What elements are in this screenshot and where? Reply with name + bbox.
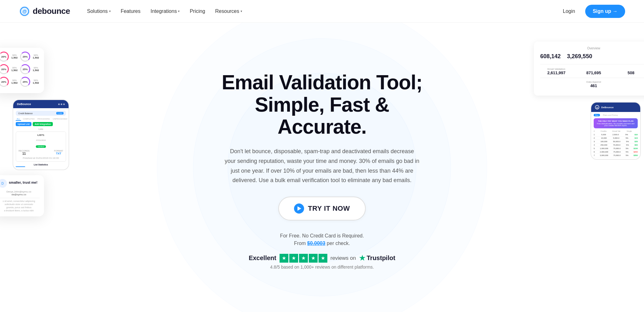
trustpilot-section: Excellent ★ ★ ★ ★ ★ reviews on ★ Trustpi… — [209, 254, 435, 270]
phone-body-left: Credit Balance 5,432 ALL COMPLETED PROCE… — [13, 108, 69, 170]
promo-text-2: Free deduplication. No monthly payment a… — [596, 123, 635, 126]
overview-card: Overview 608,142 3,269,550 Email Validat… — [534, 42, 644, 96]
trust-reviews-text: 4.8/5 based on 1,000+ reviews on differe… — [270, 265, 374, 270]
ov-big-val-2: 3,269,550 — [567, 53, 592, 60]
email-card: D smaller, trust me! Derya.John@symu.co … — [0, 175, 44, 216]
phone-right-tabs: Buy Plans and Pricing — [594, 114, 638, 116]
svg-text:@: @ — [22, 9, 27, 14]
phone-mockup-left: DeBounce Credit Balance 5,432 ALL COMPLE… — [13, 99, 69, 170]
pricing-table-header: # Credits Email Val. Single — [594, 130, 638, 132]
free-text: For Free. No Credit Card is Required. — [209, 233, 435, 239]
lists-label: Lists — [16, 128, 66, 130]
phone-btn-row: Upload List Add Integration — [16, 122, 66, 126]
stat-info-4: 98% 1,502 — [33, 67, 39, 72]
navbar-right: Login Sign up → — [558, 5, 625, 18]
svg-point-3 — [595, 105, 599, 109]
phone-right-header: @ DeBounce — [591, 103, 640, 112]
stat-info-2: 98% 1,502 — [33, 54, 39, 59]
phone-stats-row: RECORDS 11 FORMAT TXT — [19, 150, 63, 155]
stat-info-6: 98% 1,502 — [33, 79, 39, 84]
play-icon — [294, 203, 304, 214]
phone-list-item: LIST1 07/01/2019 Verified RECORDS 11 FOR — [16, 131, 66, 162]
stat-circle-5: 20% — [0, 77, 9, 87]
reviews-on-text: reviews on — [330, 255, 356, 261]
phone-title-left: DeBounce — [17, 103, 31, 106]
ov-row-2: Data Append 461 — [540, 81, 644, 88]
ov-metrics: 608,142 3,269,550 — [540, 53, 644, 60]
hero-title: Email Validation Tool; Simple, Fast & Ac… — [209, 71, 435, 138]
ov-divider-2 — [540, 78, 644, 78]
nav-links: Solutions ▾ Features Integrations ▾ Pric… — [83, 6, 247, 17]
email-card-header: D smaller, trust me! — [0, 179, 40, 188]
stat-info-5: 98% 1,502 — [11, 79, 18, 84]
navbar: @ debounce Solutions ▾ Features Integrat… — [0, 0, 644, 23]
overview-title: Overview — [540, 47, 644, 50]
stat-row-2: 20% 98% 1,502 25% 98% 1,502 — [0, 64, 39, 74]
svg-text:@: @ — [596, 106, 598, 109]
verified-badge: Verified — [36, 145, 46, 148]
trustpilot-logo: ★ Trustpilot — [359, 254, 395, 262]
chevron-down-icon-integrations: ▾ — [178, 9, 180, 13]
stat-circle-4: 25% — [20, 64, 30, 74]
pt-row-3: 3100,00050,000.05%$35 — [594, 140, 638, 143]
pt-row-1: 15,0002,500.05%$10 — [594, 133, 638, 136]
stat-row-1: 20% 98% 1,502 25% 98% 1,502 — [0, 52, 39, 62]
chevron-down-icon-resources: ▾ — [241, 9, 242, 13]
pt-row-4: 4250,00075,000.05%$50 — [594, 143, 638, 147]
nav-pricing[interactable]: Pricing — [185, 6, 209, 17]
left-mockup: 20% 98% 1,502 25% 98% 1,502 20% 98% 1,50… — [0, 48, 126, 216]
avatar: D — [0, 179, 7, 188]
nav-solutions[interactable]: Solutions ▾ — [83, 6, 115, 17]
email-address: da@symu.co — [0, 193, 40, 196]
star-5: ★ — [319, 254, 327, 263]
phone-tabs: ALL COMPLETED PROCESSING UNPROCESSED — [16, 118, 66, 121]
price-text: From $0.0003 per check. — [209, 241, 435, 246]
pt-row-7: 73,000,00075,000.05%$350 — [594, 154, 638, 157]
nav-integrations[interactable]: Integrations ▾ — [146, 6, 184, 17]
phone-header-left: DeBounce — [13, 100, 69, 108]
signup-button[interactable]: Sign up → — [585, 5, 625, 18]
ov-row-1: Email Validation 2,611,997 871,695 508 — [540, 68, 644, 75]
stat-circle-2: 25% — [20, 52, 30, 62]
list-stats-label: List Statistics — [16, 164, 66, 166]
phone-dots — [58, 103, 65, 105]
stat-info-1: 98% 1,502 — [11, 54, 18, 59]
star-rating: ★ ★ ★ ★ ★ — [280, 254, 327, 263]
trustpilot-main: Excellent ★ ★ ★ ★ ★ reviews on ★ Trustpi… — [249, 254, 395, 263]
nav-resources[interactable]: Resources ▾ — [211, 6, 246, 17]
add-integration-btn: Add Integration — [33, 122, 53, 126]
try-it-now-button[interactable]: TRY IT NOW — [278, 197, 365, 220]
stat-circle-3: 20% — [0, 64, 9, 74]
logo[interactable]: @ debounce — [19, 6, 70, 17]
pricing-table: # Credits Email Val. Single 15,0002,500.… — [594, 130, 638, 157]
debounce-phone-logo-icon: @ — [595, 105, 599, 109]
trustpilot-star-icon: ★ — [359, 254, 365, 262]
email-display-name: Derya.John@symu.co — [0, 190, 40, 193]
nav-features[interactable]: Features — [116, 6, 145, 17]
price-link[interactable]: $0.0003 — [307, 241, 325, 246]
list-stats-bar — [16, 166, 25, 167]
brand-name: debounce — [33, 6, 70, 16]
promo-text-1: THE ONLY PAY WHAT YOU NEED PLAN — [596, 120, 635, 122]
right-mockup: Overview 608,142 3,269,550 Email Validat… — [515, 42, 644, 160]
email-item: Derya.John@symu.co da@symu.co — [0, 190, 40, 198]
login-button[interactable]: Login — [558, 6, 580, 17]
phone-balance: Credit Balance 5,432 — [16, 111, 66, 116]
upload-list-btn: Upload List — [16, 122, 31, 126]
email-text-items: s sit amet, consectetur adipiscing solli… — [0, 200, 40, 212]
star-2: ★ — [289, 254, 298, 263]
star-4: ★ — [309, 254, 318, 263]
cta-wrapper: TRY IT NOW — [209, 197, 435, 227]
chevron-down-icon: ▾ — [109, 9, 111, 13]
stat-info-3: 98% 1,502 — [11, 67, 18, 72]
email-tag: smaller, trust me! — [9, 181, 37, 184]
pt-row-2: 210,0005,000.05%$15 — [594, 136, 638, 140]
star-3: ★ — [299, 254, 308, 263]
stats-card: 20% 98% 1,502 25% 98% 1,502 20% 98% 1,50… — [0, 48, 44, 93]
hero-description: Don't let bounce, disposable, spam-trap … — [225, 147, 419, 185]
debounce-logo-icon: @ — [19, 6, 30, 17]
navbar-left: @ debounce Solutions ▾ Features Integrat… — [19, 6, 247, 17]
hero-section: 20% 98% 1,502 25% 98% 1,502 20% 98% 1,50… — [0, 23, 644, 312]
list-title: LIST1 — [19, 134, 63, 136]
stat-circle-6: 25% — [20, 77, 30, 87]
